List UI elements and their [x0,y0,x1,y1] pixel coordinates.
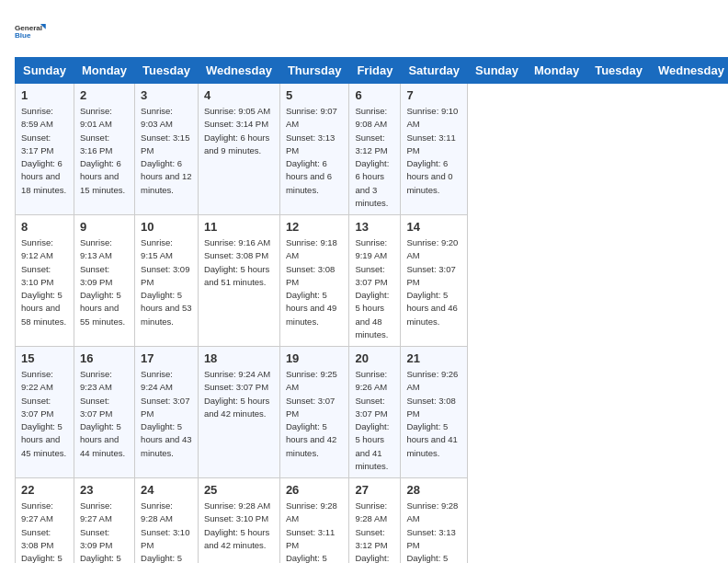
day-number: 22 [21,483,68,497]
day-info: Sunrise: 9:28 AM Sunset: 3:12 PM Dayligh… [355,500,394,563]
calendar-cell: 2 Sunrise: 9:01 AM Sunset: 3:16 PM Dayli… [74,84,134,215]
sunset-text: Sunset: 3:09 PM [80,264,112,287]
page-header: General Blue [15,15,713,48]
calendar-cell: 1 Sunrise: 8:59 AM Sunset: 3:17 PM Dayli… [16,84,74,215]
day-info: Sunrise: 9:22 AM Sunset: 3:07 PM Dayligh… [21,368,68,460]
daylight-text: Daylight: 5 hours and 42 minutes. [286,421,336,458]
calendar-cell: 22 Sunrise: 9:27 AM Sunset: 3:08 PM Dayl… [16,478,74,564]
daylight-text: Daylight: 5 hours and 42 minutes. [141,553,191,563]
daylight-text: Daylight: 5 hours and 55 minutes. [80,290,125,327]
calendar-cell: 16 Sunrise: 9:23 AM Sunset: 3:07 PM Dayl… [74,347,134,478]
day-info: Sunrise: 9:26 AM Sunset: 3:07 PM Dayligh… [355,368,394,473]
day-info: Sunrise: 9:26 AM Sunset: 3:08 PM Dayligh… [406,368,461,460]
day-number: 13 [355,220,394,234]
day-number: 8 [21,220,68,234]
daylight-text: Daylight: 5 hours and 53 minutes. [141,290,191,327]
daylight-text: Daylight: 5 hours and 45 minutes. [21,421,66,458]
daylight-text: Daylight: 6 hours and 6 minutes. [286,158,332,195]
sunrise-text: Sunrise: 9:25 AM [286,369,337,392]
calendar-week-4: 22 Sunrise: 9:27 AM Sunset: 3:08 PM Dayl… [16,478,729,564]
day-info: Sunrise: 8:59 AM Sunset: 3:17 PM Dayligh… [21,105,68,197]
sunrise-text: Sunrise: 9:13 AM [80,237,112,260]
day-number: 20 [355,351,394,365]
header-saturday: Saturday [401,58,468,84]
sunset-text: Sunset: 3:08 PM [21,527,53,550]
sunset-text: Sunset: 3:17 PM [21,132,53,155]
sunset-text: Sunset: 3:12 PM [355,527,387,550]
header-monday: Monday [527,58,587,84]
logo-svg: General Blue [15,15,48,48]
header-thursday: Thursday [279,58,349,84]
daylight-text: Daylight: 6 hours and 15 minutes. [80,158,125,195]
day-info: Sunrise: 9:13 AM Sunset: 3:09 PM Dayligh… [80,236,129,328]
sunset-text: Sunset: 3:11 PM [406,132,455,155]
day-number: 16 [80,351,129,365]
daylight-text: Daylight: 5 hours and 51 minutes. [204,264,269,287]
sunset-text: Sunset: 3:10 PM [21,264,53,287]
day-info: Sunrise: 9:20 AM Sunset: 3:07 PM Dayligh… [406,236,461,328]
day-info: Sunrise: 9:15 AM Sunset: 3:09 PM Dayligh… [141,236,192,328]
calendar-cell: 23 Sunrise: 9:27 AM Sunset: 3:09 PM Dayl… [74,478,134,564]
sunset-text: Sunset: 3:10 PM [141,527,189,550]
sunset-text: Sunset: 3:08 PM [406,396,455,419]
day-number: 26 [286,483,344,497]
day-number: 23 [80,483,129,497]
day-number: 24 [141,483,192,497]
day-info: Sunrise: 9:10 AM Sunset: 3:11 PM Dayligh… [406,105,461,197]
calendar-cell: 17 Sunrise: 9:24 AM Sunset: 3:07 PM Dayl… [135,347,199,478]
sunrise-text: Sunrise: 9:08 AM [355,106,387,129]
daylight-text: Daylight: 5 hours and 58 minutes. [21,290,66,327]
day-info: Sunrise: 9:08 AM Sunset: 3:12 PM Dayligh… [355,105,394,210]
daylight-text: Daylight: 6 hours and 12 minutes. [141,158,191,195]
sunrise-text: Sunrise: 9:19 AM [355,237,387,260]
sunrise-text: Sunrise: 9:18 AM [286,237,337,260]
sunrise-text: Sunrise: 9:07 AM [286,106,337,129]
sunrise-text: Sunrise: 9:24 AM [204,369,270,379]
calendar-cell: 13 Sunrise: 9:19 AM Sunset: 3:07 PM Dayl… [349,215,401,347]
calendar-cell: 4 Sunrise: 9:05 AM Sunset: 3:14 PM Dayli… [198,84,279,215]
day-info: Sunrise: 9:27 AM Sunset: 3:09 PM Dayligh… [80,500,129,563]
day-number: 17 [141,351,192,365]
calendar-cell: 19 Sunrise: 9:25 AM Sunset: 3:07 PM Dayl… [279,347,349,478]
day-number: 14 [406,220,461,234]
sunrise-text: Sunrise: 9:20 AM [406,237,458,260]
daylight-text: Daylight: 5 hours and 45 minutes. [406,553,457,563]
sunrise-text: Sunrise: 9:10 AM [406,106,458,129]
daylight-text: Daylight: 6 hours and 0 minutes. [406,158,452,195]
calendar-cell: 8 Sunrise: 9:12 AM Sunset: 3:10 PM Dayli… [16,215,74,347]
sunrise-text: Sunrise: 9:28 AM [204,500,270,511]
calendar-header-row: SundayMondayTuesdayWednesdayThursdayFrid… [16,58,729,84]
day-info: Sunrise: 9:28 AM Sunset: 3:11 PM Dayligh… [286,500,344,563]
day-info: Sunrise: 9:01 AM Sunset: 3:16 PM Dayligh… [80,105,129,197]
calendar-cell: 10 Sunrise: 9:15 AM Sunset: 3:09 PM Dayl… [135,215,199,347]
sunrise-text: Sunrise: 9:27 AM [80,500,112,523]
sunset-text: Sunset: 3:09 PM [80,527,112,550]
sunrise-text: Sunrise: 9:22 AM [21,369,53,392]
sunset-text: Sunset: 3:09 PM [141,264,189,287]
daylight-text: Daylight: 5 hours and 43 minutes. [286,553,336,563]
calendar-cell: 24 Sunrise: 9:28 AM Sunset: 3:10 PM Dayl… [135,478,199,564]
day-info: Sunrise: 9:23 AM Sunset: 3:07 PM Dayligh… [80,368,129,460]
daylight-text: Daylight: 5 hours and 48 minutes. [355,290,389,339]
header-wednesday: Wednesday [650,58,728,84]
logo: General Blue [15,15,48,48]
calendar-cell: 20 Sunrise: 9:26 AM Sunset: 3:07 PM Dayl… [349,347,401,478]
sunset-text: Sunset: 3:16 PM [80,132,112,155]
sunrise-text: Sunrise: 9:27 AM [21,500,53,523]
day-info: Sunrise: 9:28 AM Sunset: 3:13 PM Dayligh… [406,500,461,563]
day-number: 5 [286,88,344,102]
sunrise-text: Sunrise: 9:26 AM [355,369,387,392]
calendar-week-3: 15 Sunrise: 9:22 AM Sunset: 3:07 PM Dayl… [16,347,729,478]
day-info: Sunrise: 9:19 AM Sunset: 3:07 PM Dayligh… [355,236,394,341]
day-number: 15 [21,351,68,365]
sunrise-text: Sunrise: 9:03 AM [141,106,173,129]
sunset-text: Sunset: 3:07 PM [355,396,387,419]
sunrise-text: Sunrise: 9:24 AM [141,369,173,392]
calendar-cell: 25 Sunrise: 9:28 AM Sunset: 3:10 PM Dayl… [198,478,279,564]
calendar-cell: 7 Sunrise: 9:10 AM Sunset: 3:11 PM Dayli… [401,84,468,215]
sunset-text: Sunset: 3:13 PM [286,132,335,155]
svg-text:Blue: Blue [15,31,31,40]
day-number: 25 [204,483,274,497]
day-info: Sunrise: 9:24 AM Sunset: 3:07 PM Dayligh… [204,368,274,420]
sunrise-text: Sunrise: 9:23 AM [80,369,112,392]
